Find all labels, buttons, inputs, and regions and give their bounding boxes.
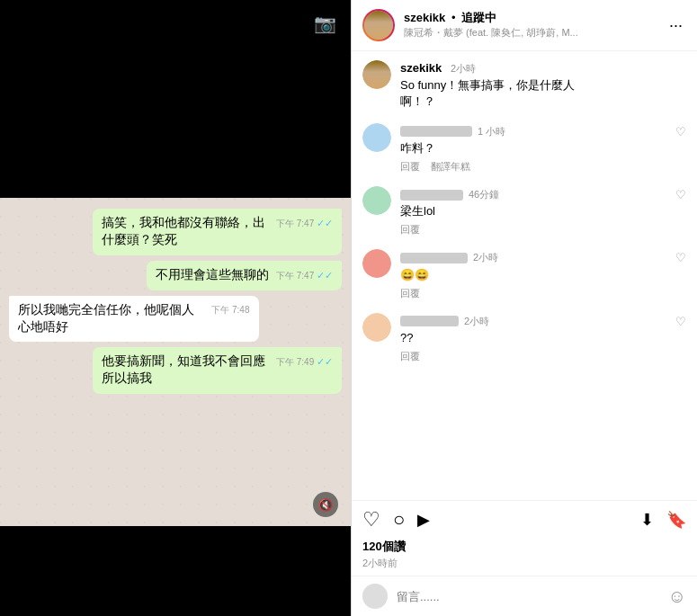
comment-like-icon[interactable]: ♡ (675, 249, 686, 264)
comment-item: 46分鐘梁生lol回覆♡ (362, 186, 686, 237)
left-panel: 📷 下午 7:47 ✓✓搞笑，我和他都沒有聯絡，出什麼頭？笑死下午 7:47 ✓… (0, 0, 351, 616)
comment-item: 2小時??回覆♡ (362, 313, 686, 363)
comment-like-icon[interactable]: ♡ (675, 186, 686, 201)
comment-time: 1 小時 (478, 126, 505, 137)
comment-text: ?? (400, 330, 666, 346)
right-actions: ⬇ 🔖 (640, 510, 686, 530)
comment-item: 2小時😄😄回覆♡ (362, 249, 686, 299)
bubble-text: 他要搞新聞，知道我不會回應所以搞我 (102, 354, 265, 385)
reply-button[interactable]: 回覆 (400, 160, 420, 174)
comment-content: 46分鐘梁生lol回覆 (400, 186, 666, 237)
author-comment-header: szekikk 2小時 (400, 60, 686, 76)
post-header-top: szekikk • 追蹤中 (404, 11, 666, 26)
avatar (362, 9, 395, 41)
author-comment-time: 2小時 (451, 63, 476, 74)
share-icon[interactable]: ▶ (417, 510, 430, 530)
comment-content: 2小時??回覆 (400, 313, 666, 363)
blurred-username (400, 253, 468, 263)
download-icon[interactable]: ⬇ (640, 510, 654, 530)
comment-like-icon[interactable]: ♡ (675, 123, 686, 138)
comment-header: 1 小時 (400, 123, 666, 139)
comment-header: 2小時 (400, 313, 666, 329)
chat-bubble: 下午 7:49 ✓✓他要搞新聞，知道我不會回應所以搞我 (93, 347, 343, 394)
comment-input[interactable] (397, 590, 659, 603)
author-comment: szekikk 2小時 So funny！無事搞事，你是什麼人 啊！？ (362, 60, 686, 111)
following-label[interactable]: 追蹤中 (461, 11, 496, 24)
right-panel: szekikk • 追蹤中 陳冠希・戴夢 (feat. 陳奐仁, 胡琤蔚, M.… (351, 0, 697, 616)
bubble-time: 下午 7:48 (211, 304, 249, 317)
reply-button[interactable]: 回覆 (400, 223, 420, 237)
comment-time: 2小時 (473, 252, 498, 263)
comment-actions: 回覆 (400, 287, 666, 300)
post-subtitle: 陳冠希・戴夢 (feat. 陳奐仁, 胡琤蔚, M... (404, 26, 647, 40)
action-icons-row: ♡ ○ ▶ ⬇ 🔖 (362, 508, 686, 531)
comment-header: 2小時 (400, 249, 666, 265)
comment-like-icon[interactable]: ♡ (675, 313, 686, 328)
mute-icon[interactable]: 🔇 (313, 492, 338, 517)
comment-text: 咋料？ (400, 140, 666, 156)
comment-input-row: ☺ (352, 576, 697, 616)
blurred-username (400, 316, 459, 326)
comment-text: 😄😄 (400, 267, 666, 283)
bubble-time: 下午 7:49 ✓✓ (276, 355, 333, 369)
emoji-icon[interactable]: ☺ (668, 586, 686, 607)
reply-button[interactable]: 回覆 (400, 287, 420, 300)
comment-avatar (362, 249, 391, 278)
comment-header: 46分鐘 (400, 186, 666, 202)
comment-icon[interactable]: ○ (393, 508, 405, 531)
comment-avatar (362, 313, 391, 342)
chat-area: 下午 7:47 ✓✓搞笑，我和他都沒有聯絡，出什麼頭？笑死下午 7:47 ✓✓不… (0, 198, 351, 526)
blurred-username (400, 126, 472, 137)
reply-button[interactable]: 回覆 (400, 350, 420, 363)
dot-separator: • (451, 11, 456, 24)
bubble-text: 搞笑，我和他都沒有聯絡，出什麼頭？笑死 (102, 216, 265, 246)
chat-bubble: 下午 7:48 所以我哋完全信任你，他呢個人心地唔好 (9, 296, 259, 343)
post-header-info: szekikk • 追蹤中 陳冠希・戴夢 (feat. 陳奐仁, 胡琤蔚, M.… (404, 11, 666, 40)
bubble-time: 下午 7:47 ✓✓ (276, 269, 333, 282)
comment-avatar (362, 123, 391, 152)
comment-time: 2小時 (464, 316, 489, 326)
chat-bubble: 下午 7:47 ✓✓不用理會這些無聊的 (147, 261, 342, 290)
comment-text: 梁生lol (400, 203, 666, 219)
bookmark-icon[interactable]: 🔖 (666, 510, 686, 530)
translate-button[interactable]: 翻譯年糕 (431, 160, 470, 174)
likes-count: 120個讚 (362, 539, 686, 555)
post-header: szekikk • 追蹤中 陳冠希・戴夢 (feat. 陳奐仁, 胡琤蔚, M.… (352, 0, 697, 51)
post-username[interactable]: szekikk (404, 11, 445, 24)
bubble-text: 所以我哋完全信任你，他呢個人心地唔好 (18, 303, 194, 334)
like-icon[interactable]: ♡ (362, 508, 380, 531)
camera-icon[interactable]: 📷 (314, 13, 336, 34)
comment-time: 46分鐘 (469, 189, 499, 200)
bubble-time: 下午 7:47 ✓✓ (276, 217, 333, 230)
video-bottom (0, 526, 351, 616)
bubble-text: 不用理會這些無聊的 (156, 268, 269, 281)
comment-actions: 回覆 (400, 350, 666, 363)
more-options-icon[interactable]: ··· (666, 13, 686, 39)
comment-input-avatar (362, 584, 388, 609)
blurred-username (400, 190, 463, 201)
post-time: 2小時前 (362, 557, 686, 570)
comment-item: 1 小時咋料？回覆翻譯年糕♡ (362, 123, 686, 174)
action-bar: ♡ ○ ▶ ⬇ 🔖 120個讚 2小時前 (352, 500, 697, 576)
comment-avatar (362, 186, 391, 215)
comment-content: 1 小時咋料？回覆翻譯年糕 (400, 123, 666, 174)
comments-area: szekikk 2小時 So funny！無事搞事，你是什麼人 啊！？ 1 小時… (352, 51, 697, 500)
author-comment-text: So funny！無事搞事，你是什麼人 啊！？ (400, 77, 686, 110)
comments-list: 1 小時咋料？回覆翻譯年糕♡46分鐘梁生lol回覆♡2小時😄😄回覆♡2小時??回… (362, 123, 686, 364)
chat-bubble: 下午 7:47 ✓✓搞笑，我和他都沒有聯絡，出什麼頭？笑死 (93, 209, 343, 255)
comment-actions: 回覆 (400, 223, 666, 237)
author-comment-content: szekikk 2小時 So funny！無事搞事，你是什麼人 啊！？ (400, 60, 686, 111)
comment-actions: 回覆翻譯年糕 (400, 160, 666, 174)
author-username[interactable]: szekikk (400, 61, 442, 75)
comment-content: 2小時😄😄回覆 (400, 249, 666, 299)
author-avatar (362, 60, 391, 89)
